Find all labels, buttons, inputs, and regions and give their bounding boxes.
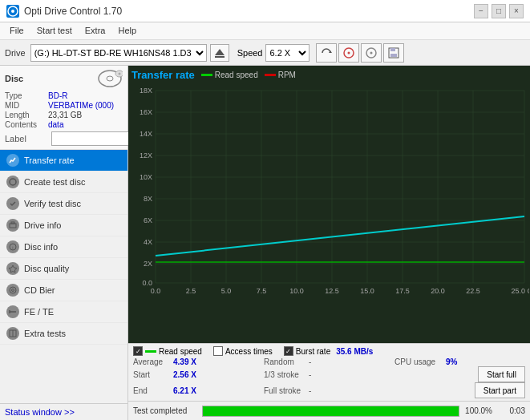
menu-file[interactable]: File: [3, 24, 30, 38]
check-access[interactable]: [213, 346, 223, 356]
disc-info-icon: i: [6, 240, 19, 253]
svg-point-15: [119, 73, 121, 75]
stat-average-label: Average: [133, 357, 170, 366]
stat-random-row: Random -: [264, 357, 394, 366]
eject-button[interactable]: [210, 44, 229, 62]
minimize-button[interactable]: −: [474, 4, 488, 18]
svg-text:12.5: 12.5: [325, 287, 339, 295]
toolbar-icons: [316, 43, 404, 63]
nav-verify-test-disc[interactable]: Verify test disc: [0, 193, 127, 215]
nav-cd-bier[interactable]: CD Bier: [0, 280, 127, 301]
nav-disc-info[interactable]: i Disc info: [0, 236, 127, 258]
disc-icon: [97, 69, 123, 88]
stat-end-row: End 6.21 X: [133, 382, 264, 398]
svg-text:17.5: 17.5: [395, 287, 410, 295]
legend-rpm: RPM: [265, 71, 296, 79]
disc-label-row: Label ✎: [5, 131, 123, 146]
svg-point-18: [10, 179, 16, 185]
drive-info-icon: [6, 219, 19, 232]
titlebar-left: Opti Drive Control 1.70: [6, 5, 122, 18]
speed-select[interactable]: 6.2 X: [265, 44, 310, 62]
toolbar: Drive (G:) HL-DT-ST BD-RE WH16NS48 1.D3 …: [0, 40, 530, 66]
svg-text:5.0: 5.0: [221, 287, 232, 295]
nav-create-test-disc[interactable]: Create test disc: [0, 172, 127, 193]
menu-start-test[interactable]: Start test: [30, 24, 79, 38]
disc-label-key: Label: [5, 134, 48, 143]
svg-text:i: i: [12, 245, 13, 250]
svg-point-13: [107, 76, 113, 81]
svg-text:22.5: 22.5: [466, 287, 480, 295]
stat-13stroke-value: -: [309, 370, 311, 379]
maximize-button[interactable]: □: [492, 4, 506, 18]
nav-fe-te-label: FE / TE: [24, 307, 54, 317]
check-burst[interactable]: ✓: [284, 346, 293, 356]
progress-bar: [202, 406, 459, 417]
start-full-button[interactable]: Start full: [478, 366, 525, 382]
nav-disc-info-label: Disc info: [24, 242, 58, 252]
disc-length-row: Length 23,31 GB: [5, 111, 123, 119]
legend-read-label: Read speed: [159, 347, 202, 356]
check-read-speed[interactable]: ✓: [133, 346, 143, 356]
toolbar-blank-button[interactable]: [361, 43, 382, 63]
chart-title: Transfer rate: [131, 69, 195, 81]
toolbar-disc-button[interactable]: [338, 43, 359, 63]
svg-text:14X: 14X: [140, 130, 152, 138]
disc-mid-value: VERBATIMe (000): [48, 101, 114, 110]
titlebar: Opti Drive Control 1.70 − □ ×: [0, 0, 530, 22]
app-title: Opti Drive Control 1.70: [24, 6, 122, 17]
nav-disc-quality[interactable]: Disc quality: [0, 258, 127, 280]
left-panel: Disc Type BD-R MID VERBATIMe (000): [0, 66, 128, 420]
stat-random-label: Random: [264, 357, 305, 366]
nav-drive-info[interactable]: Drive info: [0, 215, 127, 236]
extra-tests-icon: [6, 327, 19, 340]
status-window-button[interactable]: Status window >>: [5, 407, 75, 417]
close-button[interactable]: ×: [509, 4, 524, 18]
menu-help[interactable]: Help: [111, 24, 143, 38]
nav-extra-tests[interactable]: Extra tests: [0, 323, 127, 345]
svg-text:2X: 2X: [144, 260, 152, 268]
menu-extra[interactable]: Extra: [79, 24, 112, 38]
speed-label: Speed: [237, 48, 263, 58]
disc-contents-row: Contents data: [5, 120, 123, 129]
svg-rect-3: [215, 56, 225, 58]
stats-legend-row: ✓ Read speed Access times ✓ Burst rate 3…: [128, 343, 530, 401]
svg-point-8: [370, 51, 373, 54]
disc-type-row: Type BD-R: [5, 91, 123, 100]
stat-cpu-row: CPU usage 9%: [394, 357, 525, 366]
chart-svg: 18X 16X 14X 12X 10X 8X 6X 4X 2X 0.0 0.0 …: [131, 83, 529, 299]
start-part-btn-row: Start part: [394, 382, 525, 398]
stat-random-value: -: [309, 357, 311, 366]
toolbar-save-button[interactable]: [383, 43, 404, 63]
svg-text:0.0: 0.0: [142, 279, 152, 287]
legend-read-speed-label: Read speed: [215, 71, 258, 79]
burst-rate-value: 35.6 MB/s: [336, 347, 373, 356]
create-test-disc-icon: [6, 176, 19, 188]
legend-rpm-label: RPM: [278, 71, 296, 79]
transfer-rate-icon: [6, 154, 19, 167]
progress-time: 0:03: [497, 406, 525, 415]
stat-13stroke-label: 1/3 stroke: [264, 370, 305, 379]
svg-text:0.0: 0.0: [151, 287, 161, 295]
disc-header-label: Disc: [5, 74, 23, 83]
progress-bar-fill: [203, 406, 459, 416]
svg-text:20.0: 20.0: [431, 287, 445, 295]
svg-text:8X: 8X: [144, 195, 152, 203]
disc-info-box: Disc Type BD-R MID VERBATIMe (000): [0, 66, 127, 150]
disc-type-label: Type: [5, 91, 48, 100]
nav-fe-te[interactable]: FE / TE: [0, 301, 127, 323]
start-part-button[interactable]: Start part: [475, 382, 525, 398]
toolbar-refresh-button[interactable]: [316, 43, 337, 63]
legend-access-label: Access times: [225, 347, 273, 356]
verify-test-disc-icon: [6, 197, 19, 210]
svg-point-24: [10, 287, 16, 293]
legend-read-speed: Read speed: [201, 71, 258, 79]
disc-header: Disc: [5, 69, 123, 88]
disc-mid-row: MID VERBATIMe (000): [5, 101, 123, 110]
nav-verify-test-disc-label: Verify test disc: [24, 199, 81, 208]
svg-text:25.0 GB: 25.0 GB: [511, 287, 529, 295]
drive-select[interactable]: (G:) HL-DT-ST BD-RE WH16NS48 1.D3: [30, 44, 207, 62]
legend-rpm-color: [265, 74, 276, 76]
svg-text:18X: 18X: [140, 87, 152, 95]
drive-label: Drive: [5, 48, 26, 58]
nav-transfer-rate[interactable]: Transfer rate: [0, 150, 127, 172]
